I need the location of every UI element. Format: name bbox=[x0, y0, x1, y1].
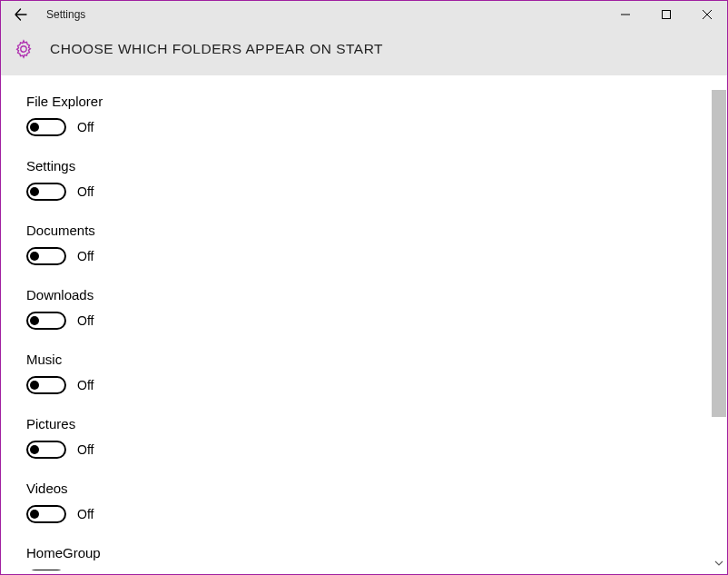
chevron-down-icon bbox=[714, 559, 723, 568]
toggle-knob bbox=[30, 316, 39, 325]
page-header: CHOOSE WHICH FOLDERS APPEAR ON START bbox=[1, 28, 727, 75]
toggle-state-label: Off bbox=[77, 442, 93, 457]
option-label: Music bbox=[26, 352, 702, 367]
toggle-knob bbox=[30, 445, 39, 454]
option-label: HomeGroup bbox=[26, 545, 702, 560]
maximize-button[interactable] bbox=[645, 1, 686, 28]
minimize-button[interactable] bbox=[605, 1, 645, 28]
toggle-row: Off bbox=[26, 505, 702, 523]
toggle-state-label: Off bbox=[77, 120, 93, 134]
maximize-icon bbox=[662, 10, 671, 19]
toggle-state-label: Off bbox=[77, 313, 93, 328]
toggle-row: Off bbox=[26, 441, 702, 459]
toggle-state-label: Off bbox=[77, 184, 93, 199]
titlebar-left: Settings bbox=[12, 5, 605, 24]
content-wrap: File Explorer Off Settings Off Documents… bbox=[1, 75, 727, 570]
scrollbar[interactable] bbox=[712, 75, 726, 570]
option-music: Music Off bbox=[26, 352, 702, 394]
svg-rect-1 bbox=[662, 11, 670, 19]
option-videos: Videos Off bbox=[26, 481, 702, 523]
toggle-row: Off bbox=[26, 183, 702, 201]
option-downloads: Downloads Off bbox=[26, 287, 702, 330]
toggle-homegroup[interactable] bbox=[26, 570, 66, 570]
toggle-knob bbox=[30, 381, 39, 390]
option-label: Downloads bbox=[26, 287, 702, 302]
gear-icon bbox=[14, 39, 34, 59]
option-label: File Explorer bbox=[26, 94, 702, 109]
back-arrow-icon bbox=[14, 7, 28, 22]
page-title: CHOOSE WHICH FOLDERS APPEAR ON START bbox=[50, 41, 383, 57]
option-settings: Settings Off bbox=[26, 158, 702, 201]
toggle-row: Off bbox=[26, 312, 702, 330]
option-label: Settings bbox=[26, 158, 702, 173]
toggle-state-label: Off bbox=[77, 378, 93, 392]
option-documents: Documents Off bbox=[26, 223, 702, 265]
toggle-knob bbox=[30, 252, 39, 261]
toggle-row: Off bbox=[26, 376, 702, 394]
option-label: Documents bbox=[26, 223, 702, 238]
back-button[interactable] bbox=[12, 5, 30, 24]
titlebar: Settings bbox=[1, 1, 727, 28]
minimize-icon bbox=[621, 10, 630, 19]
option-file-explorer: File Explorer Off bbox=[26, 94, 702, 136]
close-button[interactable] bbox=[686, 1, 727, 28]
option-homegroup: HomeGroup Off bbox=[26, 545, 702, 570]
toggle-settings[interactable] bbox=[26, 183, 66, 201]
toggle-downloads[interactable] bbox=[26, 312, 66, 330]
toggle-videos[interactable] bbox=[26, 505, 66, 523]
settings-content: File Explorer Off Settings Off Documents… bbox=[1, 75, 727, 570]
toggle-knob bbox=[30, 510, 39, 519]
scrollbar-thumb[interactable] bbox=[712, 90, 726, 417]
toggle-row: Off bbox=[26, 570, 702, 570]
toggle-state-label: Off bbox=[77, 507, 93, 521]
toggle-state-label: Off bbox=[77, 249, 93, 263]
option-label: Videos bbox=[26, 481, 702, 496]
toggle-row: Off bbox=[26, 247, 702, 265]
toggle-pictures[interactable] bbox=[26, 441, 66, 459]
close-icon bbox=[703, 10, 712, 19]
scroll-down-button[interactable] bbox=[712, 556, 726, 570]
toggle-knob bbox=[30, 123, 39, 132]
option-label: Pictures bbox=[26, 416, 702, 431]
toggle-file-explorer[interactable] bbox=[26, 118, 66, 136]
toggle-knob bbox=[30, 187, 39, 196]
window-controls bbox=[605, 1, 727, 28]
option-pictures: Pictures Off bbox=[26, 416, 702, 459]
toggle-row: Off bbox=[26, 118, 702, 136]
app-title: Settings bbox=[46, 8, 85, 21]
toggle-music[interactable] bbox=[26, 376, 66, 394]
toggle-documents[interactable] bbox=[26, 247, 66, 265]
scrollbar-track[interactable] bbox=[712, 75, 726, 570]
